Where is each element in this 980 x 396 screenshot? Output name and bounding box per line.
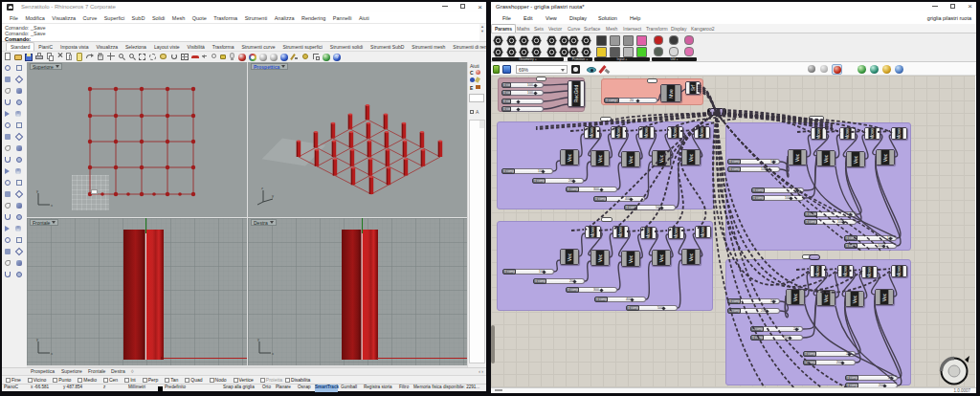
svg-text:y: y xyxy=(272,193,274,198)
svg-text:y: y xyxy=(36,189,38,193)
svg-text:y: y xyxy=(257,338,259,341)
svg-text:y: y xyxy=(36,338,38,341)
svg-text:x: x xyxy=(51,351,53,356)
svg-text:x: x xyxy=(51,203,53,208)
svg-text:x: x xyxy=(272,351,274,356)
svg-text:z: z xyxy=(261,186,263,190)
